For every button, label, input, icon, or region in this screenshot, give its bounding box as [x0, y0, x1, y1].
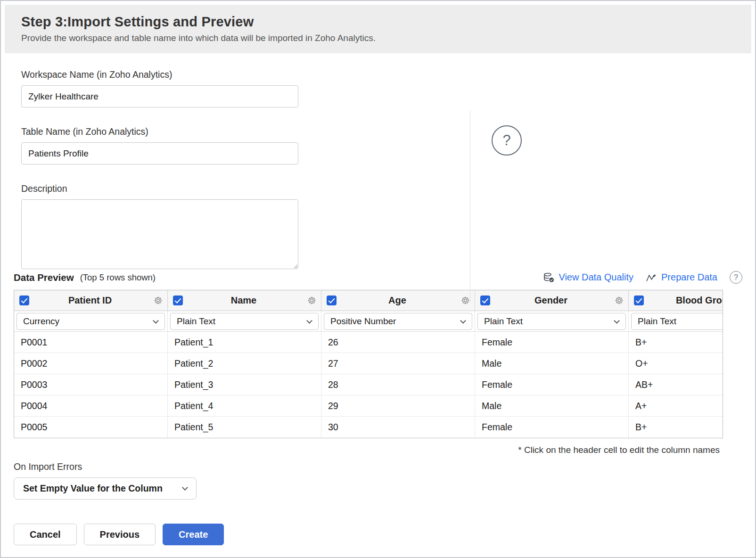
description-textarea[interactable] — [21, 199, 298, 269]
table-cell: A+ — [629, 395, 723, 417]
type-select-blood-group[interactable]: Plain Text — [631, 313, 723, 330]
type-select-value: Positive Number — [330, 316, 396, 327]
page-subtitle: Provide the workspace and table name int… — [21, 33, 735, 43]
table-cell: P0001 — [14, 332, 168, 353]
table-name-input[interactable] — [21, 142, 298, 164]
table-cell: P0005 — [14, 417, 168, 438]
column-checkbox[interactable] — [327, 295, 337, 305]
column-label: Name — [183, 295, 304, 306]
table-cell: AB+ — [629, 374, 723, 395]
view-data-quality-label: View Data Quality — [559, 272, 633, 283]
on-import-errors-select[interactable]: Set Empty Value for the Column — [14, 477, 197, 500]
data-preview-title: Data Preview — [14, 272, 74, 283]
type-select-value: Plain Text — [484, 316, 523, 327]
table-row: P0003 Patient_3 28 Female AB+ — [14, 374, 723, 395]
data-preview-table: Patient ID Name Age Gender Blood Group — [14, 290, 723, 438]
data-preview-header: Data Preview (Top 5 rows shown) View Da — [5, 271, 751, 284]
cancel-button[interactable]: Cancel — [14, 524, 77, 545]
type-select-gender[interactable]: Plain Text — [477, 313, 626, 330]
table-cell: B+ — [629, 417, 723, 438]
column-header-gender[interactable]: Gender — [475, 290, 629, 311]
type-select-value: Plain Text — [177, 316, 215, 327]
table-cell: Female — [475, 332, 629, 353]
chevron-down-icon — [306, 318, 312, 324]
table-cell: Patient_3 — [168, 374, 321, 395]
table-cell: B+ — [629, 332, 723, 353]
table-cell: 28 — [321, 374, 475, 395]
on-import-errors-label: On Import Errors — [14, 461, 742, 472]
type-select-age[interactable]: Positive Number — [324, 313, 472, 330]
type-select-patient-id[interactable]: Currency — [16, 313, 165, 330]
table-cell: Male — [475, 395, 629, 417]
prepare-data-icon — [646, 273, 657, 282]
table-row: P0001 Patient_1 26 Female B+ — [14, 332, 723, 353]
gear-icon[interactable] — [461, 296, 470, 305]
step-header: Step 3:Import Settings and Preview Provi… — [5, 5, 751, 53]
chevron-down-icon — [182, 484, 188, 491]
table-cell: 30 — [321, 417, 475, 438]
table-cell: Male — [475, 353, 629, 374]
table-header-row: Patient ID Name Age Gender Blood Group — [14, 290, 723, 311]
page-title: Step 3:Import Settings and Preview — [21, 14, 735, 30]
table-row: P0005 Patient_5 30 Female B+ — [14, 417, 723, 438]
table-cell: Female — [475, 417, 629, 438]
table-cell: P0002 — [14, 353, 168, 374]
type-select-value: Plain Text — [638, 316, 676, 327]
action-buttons: Cancel Previous Create — [14, 524, 742, 545]
type-select-value: Currency — [23, 316, 59, 327]
prepare-data-label: Prepare Data — [661, 272, 717, 283]
table-cell: Female — [475, 374, 629, 395]
data-quality-icon — [543, 272, 554, 283]
table-name-label: Table Name (in Zoho Analytics) — [21, 126, 735, 137]
column-header-name[interactable]: Name — [168, 290, 321, 311]
table-cell: 26 — [321, 332, 475, 353]
column-label: Patient ID — [29, 295, 151, 306]
import-settings-form: Workspace Name (in Zoho Analytics) Table… — [5, 53, 751, 269]
table-row: P0004 Patient_4 29 Male A+ — [14, 395, 723, 417]
create-button[interactable]: Create — [163, 524, 224, 545]
table-cell: P0003 — [14, 374, 168, 395]
table-cell: Patient_5 — [168, 417, 321, 438]
column-header-age[interactable]: Age — [321, 290, 475, 311]
type-select-name[interactable]: Plain Text — [170, 313, 319, 330]
column-checkbox[interactable] — [480, 295, 490, 305]
vertical-divider — [470, 111, 470, 302]
column-label: Blood Group — [644, 295, 723, 306]
table-cell: O+ — [629, 353, 723, 374]
workspace-name-label: Workspace Name (in Zoho Analytics) — [21, 69, 735, 80]
help-icon[interactable]: ? — [492, 125, 522, 156]
table-cell: Patient_2 — [168, 353, 321, 374]
column-checkbox[interactable] — [634, 295, 644, 305]
view-data-quality-link[interactable]: View Data Quality — [543, 272, 633, 283]
chevron-down-icon — [460, 318, 466, 324]
column-checkbox[interactable] — [19, 295, 29, 305]
table-cell: P0004 — [14, 395, 168, 417]
gear-icon[interactable] — [615, 296, 624, 305]
table-cell: Patient_4 — [168, 395, 321, 417]
table-row: P0002 Patient_2 27 Male O+ — [14, 353, 723, 374]
column-header-patient-id[interactable]: Patient ID — [14, 290, 168, 311]
gear-icon[interactable] — [154, 296, 163, 305]
prepare-data-link[interactable]: Prepare Data — [646, 272, 717, 283]
chevron-down-icon — [614, 318, 620, 324]
data-preview-subtitle: (Top 5 rows shown) — [80, 272, 156, 283]
edit-column-names-note: * Click on the header cell to edit the c… — [5, 445, 720, 455]
previous-button[interactable]: Previous — [84, 524, 156, 545]
on-import-errors-value: Set Empty Value for the Column — [23, 483, 163, 494]
column-label: Age — [337, 295, 458, 306]
column-type-row: Currency Plain Text Positive Number Plai… — [14, 311, 723, 332]
on-import-errors-section: On Import Errors Set Empty Value for the… — [14, 461, 742, 500]
column-header-blood-group[interactable]: Blood Group — [629, 290, 723, 311]
chevron-down-icon — [153, 318, 159, 324]
table-cell: 29 — [321, 395, 475, 417]
table-cell: 27 — [321, 353, 475, 374]
workspace-name-input[interactable] — [21, 85, 298, 107]
column-label: Gender — [490, 295, 612, 306]
preview-help-icon[interactable]: ? — [730, 271, 742, 284]
gear-icon[interactable] — [307, 296, 316, 305]
description-label: Description — [21, 183, 735, 194]
table-cell: Patient_1 — [168, 332, 321, 353]
import-settings-page: Step 3:Import Settings and Preview Provi… — [0, 0, 756, 558]
column-checkbox[interactable] — [173, 295, 183, 305]
